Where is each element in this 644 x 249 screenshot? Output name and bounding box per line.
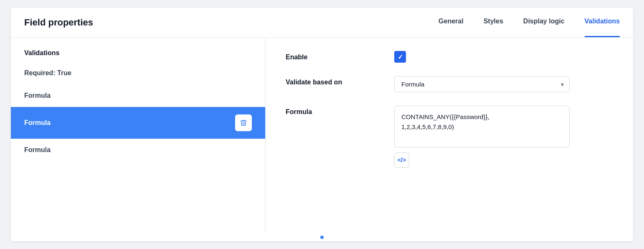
tab-styles[interactable]: Styles <box>484 8 503 37</box>
field-properties-panel: Field properties General Styles Display … <box>11 8 633 241</box>
formula-label: Formula <box>286 106 394 116</box>
formula-textarea[interactable]: CONTAINS_ANY({{Password}}, 1,2,3,4,5,6,7… <box>394 106 570 147</box>
sidebar-item-formula1[interactable]: Formula <box>11 84 265 107</box>
tab-display-logic[interactable]: Display logic <box>523 8 565 37</box>
validate-based-on-row: Validate based on Formula Regex Required… <box>286 76 613 92</box>
validate-based-on-select[interactable]: Formula Regex Required <box>394 76 570 92</box>
checkmark-icon: ✓ <box>398 53 403 61</box>
delete-button[interactable] <box>235 114 252 131</box>
bottom-bar <box>11 233 633 241</box>
tab-general[interactable]: General <box>439 8 464 37</box>
enable-checkbox[interactable]: ✓ <box>394 51 406 63</box>
panel-body: Validations Required: True Formula Formu… <box>11 38 633 233</box>
sidebar-item-required-label: Required: True <box>24 69 71 77</box>
formula-row: Formula CONTAINS_ANY({{Password}}, 1,2,3… <box>286 106 613 168</box>
enable-label: Enable <box>286 51 394 61</box>
code-icon: </> <box>398 157 406 163</box>
enable-control: ✓ <box>394 51 613 63</box>
sidebar-item-formula3[interactable]: Formula <box>11 139 265 161</box>
trash-icon <box>240 119 247 127</box>
formula-tools: </> <box>394 152 613 168</box>
tab-validations[interactable]: Validations <box>585 8 620 37</box>
outer-container: Field properties General Styles Display … <box>0 0 644 249</box>
sidebar-item-required[interactable]: Required: True <box>11 62 265 84</box>
tab-navigation: General Styles Display logic Validations <box>439 8 620 37</box>
validate-based-on-label: Validate based on <box>286 76 394 86</box>
sidebar-item-formula2-label: Formula <box>24 119 51 127</box>
code-editor-button[interactable]: </> <box>394 152 409 168</box>
sidebar-section-title: Validations <box>11 38 265 62</box>
panel-header: Field properties General Styles Display … <box>11 8 633 38</box>
sidebar-item-formula1-label: Formula <box>24 92 51 99</box>
validations-sidebar: Validations Required: True Formula Formu… <box>11 38 266 233</box>
validations-content: Enable ✓ Validate based on Formula <box>266 38 633 233</box>
sidebar-item-formula2[interactable]: Formula <box>11 107 265 139</box>
panel-title: Field properties <box>24 17 439 28</box>
formula-control: CONTAINS_ANY({{Password}}, 1,2,3,4,5,6,7… <box>394 106 613 168</box>
validate-based-on-control: Formula Regex Required ▾ <box>394 76 613 92</box>
enable-row: Enable ✓ <box>286 51 613 63</box>
validate-select-wrapper: Formula Regex Required ▾ <box>394 76 570 92</box>
sidebar-item-formula3-label: Formula <box>24 146 51 154</box>
bottom-indicator <box>320 236 324 239</box>
